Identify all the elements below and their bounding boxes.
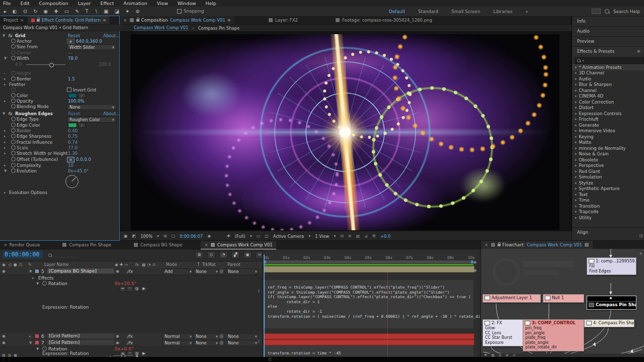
- effects-category-item[interactable]: ▸ Matte: [572, 140, 644, 146]
- tab-compass-work-comp[interactable]: × Compass Work Comp V01: [201, 241, 276, 249]
- taskbar-icon[interactable]: ◫: [268, 357, 272, 361]
- effect-grid-header[interactable]: ▼ fx Grid Reset About...: [0, 33, 119, 39]
- flowchart-node-null[interactable]: Null 1: [543, 294, 584, 303]
- twirl-icon[interactable]: ▼: [36, 347, 39, 351]
- parent-pickwhip-icon[interactable]: @: [219, 340, 223, 345]
- eye-icon[interactable]: ◉: [2, 340, 6, 345]
- twirl-icon[interactable]: ▸: [4, 145, 6, 151]
- exposure-value[interactable]: +0.0: [380, 234, 390, 239]
- current-time-indicator[interactable]: [264, 254, 265, 357]
- opacity-value[interactable]: 100.0%: [68, 99, 85, 104]
- layer-row-7[interactable]: ◉ ▼ 7 [Grid Pattern] ◉ ∕fx Normal▾ None▾…: [0, 339, 262, 346]
- workspace-default[interactable]: Default: [389, 9, 405, 14]
- stopwatch-icon[interactable]: [42, 281, 47, 286]
- evolution-value[interactable]: 0x+45.0°: [68, 168, 89, 174]
- color-management-icon[interactable]: ✚: [227, 234, 230, 238]
- size-from-dropdown[interactable]: Width Slider ▾: [67, 44, 116, 50]
- comp-mini-flowchart-icon[interactable]: ≣: [195, 251, 203, 258]
- twirl-icon[interactable]: ▸: [575, 169, 577, 173]
- tab-project[interactable]: Project ×: [0, 16, 28, 24]
- stopwatch-icon[interactable]: [11, 117, 16, 121]
- twirl-icon[interactable]: ▸: [575, 175, 577, 179]
- audio-panel-header[interactable]: Audio: [572, 26, 644, 36]
- twirl-icon[interactable]: ▸: [575, 129, 577, 133]
- viewer-timecode[interactable]: 0:00:06:07: [180, 234, 203, 239]
- twirl-icon[interactable]: ▸: [575, 216, 577, 220]
- roto-brush-tool-icon[interactable]: ✦: [125, 9, 129, 14]
- viewer-area[interactable]: [120, 31, 571, 231]
- twirl-icon[interactable]: ▸: [4, 163, 6, 168]
- twirl-icon[interactable]: ▸: [4, 134, 6, 139]
- twirl-icon[interactable]: ▸: [575, 123, 577, 127]
- effects-category-item[interactable]: ▸ Red Giant: [572, 168, 644, 174]
- stopwatch-icon[interactable]: [11, 44, 16, 49]
- twirl-icon[interactable]: ▸: [575, 140, 577, 144]
- effects-category-item[interactable]: ▸ Immersive Video: [572, 128, 644, 134]
- taskbar-icon[interactable]: ▫: [8, 357, 11, 361]
- menu-item[interactable]: Effect: [101, 1, 114, 6]
- eye-icon[interactable]: ◉: [2, 334, 6, 338]
- edge-color-swatch[interactable]: [68, 123, 77, 128]
- close-icon[interactable]: ×: [204, 242, 208, 247]
- effect-roughen-header[interactable]: ▼ fx Roughen Edges Reset About...: [0, 111, 119, 117]
- effects-category-item[interactable]: ▸ 3D Channel: [572, 70, 644, 76]
- flowchart-node-fx[interactable]: 2: FX GlowCC LensCC Star BurstExposure: [482, 319, 529, 346]
- eyedropper-icon[interactable]: ∕: [78, 93, 86, 98]
- stopwatch-icon[interactable]: [11, 134, 16, 138]
- label-color-chip[interactable]: [35, 334, 39, 338]
- pick-whip-icon[interactable]: @: [134, 286, 140, 292]
- twirl-icon[interactable]: ▸: [575, 88, 577, 93]
- pan-arrow-icon[interactable]: ↰: [639, 252, 642, 256]
- expression-arrow-icon[interactable]: ▶: [141, 286, 147, 292]
- reset-exposure-icon[interactable]: ⚙: [372, 234, 376, 238]
- t-column[interactable]: T: [197, 262, 200, 267]
- lock-icon[interactable]: [498, 244, 501, 246]
- clone-stamp-tool-icon[interactable]: ▣: [104, 9, 108, 14]
- brush-tool-icon[interactable]: ∖: [95, 9, 98, 14]
- parent-pickwhip-icon[interactable]: @: [219, 334, 223, 338]
- camera-view-value[interactable]: Active Camera: [273, 234, 304, 239]
- effects-category-item[interactable]: ▸ Expression Controls: [572, 111, 644, 117]
- flowchart-node-footage[interactable]: 1: comp...1299559.png FillFind Edges: [587, 257, 636, 275]
- anchor-point-icon[interactable]: ⊕: [67, 39, 74, 44]
- twirl-icon[interactable]: ▸: [575, 158, 577, 162]
- pan-hand-icon[interactable]: ✥: [473, 268, 477, 273]
- crumb-comp[interactable]: Compass Work Comp V01: [134, 25, 188, 31]
- workspace-small-screen[interactable]: Small Screen: [451, 9, 480, 14]
- effects-category-item[interactable]: ▸ Text: [572, 192, 644, 198]
- label-color-chip[interactable]: [35, 341, 39, 344]
- taskbar-icon[interactable]: ▫: [2, 357, 5, 361]
- effects-category-item[interactable]: ▸ Color Correction: [572, 99, 644, 105]
- eye-icon[interactable]: ◉: [2, 269, 6, 274]
- evolution-options-row[interactable]: ▸ Evolution Options: [0, 190, 119, 196]
- effects-category-item[interactable]: ▸ Generate: [572, 122, 644, 128]
- fx-switch-icon[interactable]: ∕fx: [127, 269, 133, 274]
- parent-column[interactable]: Parent: [227, 262, 240, 267]
- effects-category-item[interactable]: ▸ Obsolete: [572, 157, 644, 163]
- stopwatch-icon[interactable]: [11, 145, 16, 150]
- evolution-dial[interactable]: [65, 175, 78, 188]
- preview-panel-header[interactable]: Preview: [572, 36, 644, 46]
- layer6-duration-bar[interactable]: [264, 333, 474, 339]
- stopwatch-icon[interactable]: [11, 76, 16, 81]
- roughen-reset-link[interactable]: Reset: [68, 111, 80, 117]
- search-help-label[interactable]: Search Help: [613, 9, 640, 14]
- stopwatch-icon[interactable]: [11, 157, 16, 161]
- pixel-aspect-icon[interactable]: ⊟: [340, 234, 344, 238]
- tab-compass-pin-shape[interactable]: Compass Pin Shape: [58, 241, 115, 249]
- twirl-icon[interactable]: ▸: [4, 140, 6, 145]
- slider-track[interactable]: [26, 64, 65, 65]
- twirl-icon[interactable]: ▸: [575, 135, 577, 139]
- camera-tool-icon[interactable]: ◉: [44, 9, 48, 14]
- twirl-icon[interactable]: ▼: [4, 56, 7, 61]
- twirl-icon[interactable]: ▼: [29, 269, 32, 274]
- snapping-checkbox[interactable]: [177, 9, 182, 14]
- draft-3d-icon[interactable]: ◇: [207, 251, 215, 258]
- twirl-icon[interactable]: ▸: [575, 82, 577, 86]
- layer-name-column[interactable]: Layer Name: [44, 262, 68, 267]
- menu-item[interactable]: File: [3, 1, 11, 6]
- effects-category-item[interactable]: ▸ Simulation: [572, 174, 644, 180]
- effects-category-item[interactable]: ▸ Trapcode: [572, 209, 644, 215]
- stopwatch-icon[interactable]: [42, 346, 47, 351]
- twirl-icon[interactable]: ▸: [4, 82, 6, 87]
